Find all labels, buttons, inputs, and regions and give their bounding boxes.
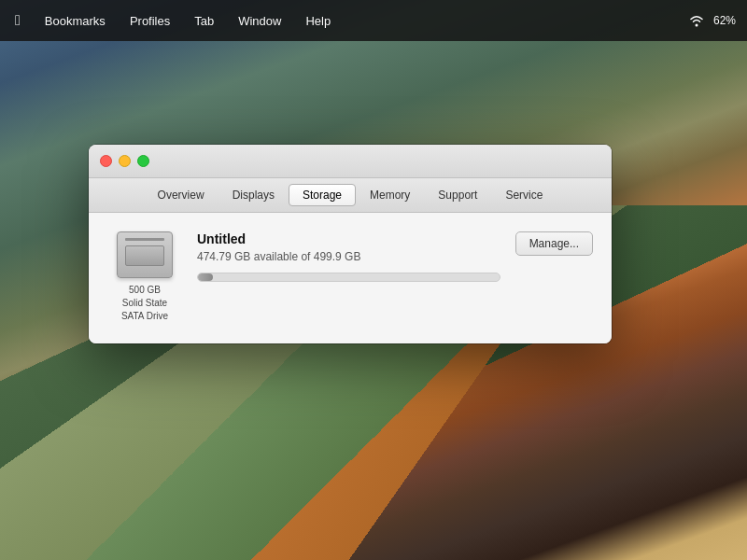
tab-storage[interactable]: Storage — [289, 184, 356, 206]
tab-overview[interactable]: Overview — [144, 184, 218, 206]
storage-available-text: 474.79 GB available of 499.9 GB — [197, 250, 500, 263]
minimize-button[interactable] — [119, 155, 131, 167]
menu-tab[interactable]: Tab — [190, 12, 218, 30]
storage-details: Untitled 474.79 GB available of 499.9 GB — [197, 231, 500, 282]
storage-bar-fill — [198, 273, 213, 281]
maximize-button[interactable] — [137, 155, 149, 167]
traffic-lights — [100, 155, 149, 167]
storage-drive-name: Untitled — [197, 231, 500, 246]
tab-displays[interactable]: Displays — [218, 184, 289, 206]
manage-button[interactable]: Manage... — [515, 231, 593, 256]
menubar-right: 62% — [689, 14, 736, 27]
menubar:  Bookmarks Profiles Tab Window Help 62% — [0, 0, 747, 41]
menu-help[interactable]: Help — [302, 12, 334, 30]
drive-type: Solid State — [122, 298, 167, 308]
system-information-window: Overview Displays Storage Memory Support… — [89, 145, 612, 343]
storage-section: 500 GB Solid State SATA Drive Untitled 4… — [107, 231, 593, 323]
window-content: 500 GB Solid State SATA Drive Untitled 4… — [89, 213, 612, 343]
tab-memory[interactable]: Memory — [356, 184, 424, 206]
menu-bookmarks[interactable]: Bookmarks — [41, 12, 109, 30]
drive-label: 500 GB Solid State SATA Drive — [121, 284, 168, 323]
apple-menu[interactable]:  — [11, 10, 24, 31]
manage-button-wrapper: Manage... — [515, 231, 593, 256]
menubar-left:  Bookmarks Profiles Tab Window Help — [11, 10, 334, 31]
window-titlebar — [89, 145, 612, 178]
close-button[interactable] — [100, 155, 112, 167]
storage-row: Untitled 474.79 GB available of 499.9 GB… — [197, 231, 593, 282]
tab-service[interactable]: Service — [491, 184, 557, 206]
drive-interface: SATA Drive — [121, 311, 168, 321]
tab-support[interactable]: Support — [424, 184, 491, 206]
wifi-icon — [689, 14, 704, 27]
storage-info: Untitled 474.79 GB available of 499.9 GB… — [197, 231, 593, 282]
battery-percentage: 62% — [713, 14, 736, 27]
menu-profiles[interactable]: Profiles — [126, 12, 174, 30]
tab-bar: Overview Displays Storage Memory Support… — [89, 178, 612, 213]
drive-icon — [117, 231, 173, 278]
drive-capacity: 500 GB — [129, 285, 161, 295]
drive-icon-container: 500 GB Solid State SATA Drive — [107, 231, 182, 323]
menu-window[interactable]: Window — [234, 12, 285, 30]
storage-bar-container — [197, 273, 500, 282]
